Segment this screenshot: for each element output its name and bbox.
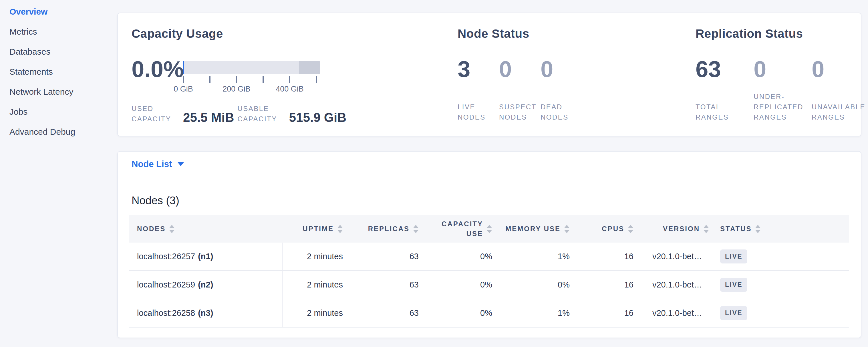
node-list-dropdown[interactable]: Node List xyxy=(118,152,861,177)
column-header-memory-use[interactable]: MEMORY USE xyxy=(496,225,573,233)
node-status-stat-dead-nodes: 0DEADNODES xyxy=(540,56,582,122)
cell-uptime: 2 minutes xyxy=(283,271,346,298)
capacity-stat-label: USABLECAPACITY xyxy=(238,103,281,124)
node-status-section: Node Status 3LIVENODES0SUSPECTNODES0DEAD… xyxy=(458,13,686,136)
capacity-bar-track xyxy=(183,61,320,74)
status-badge: LIVE xyxy=(720,306,747,320)
cell-node: localhost:26258(n3) xyxy=(129,299,283,327)
axis-tick-label: 200 GiB xyxy=(222,85,251,94)
node-list-panel: Node List Nodes (3) NODESUPTIMEREPLICASC… xyxy=(117,151,861,338)
nodes-table-header: NODESUPTIMEREPLICASCAPACITY USEMEMORY US… xyxy=(129,215,849,243)
cell-node: localhost:26259(n2) xyxy=(129,271,283,298)
table-row[interactable]: localhost:26258(n3)2 minutes630%1%16v20.… xyxy=(129,299,849,327)
node-id: (n2) xyxy=(198,280,213,289)
status-badge: LIVE xyxy=(720,278,747,292)
node-status-stats: 3LIVENODES0SUSPECTNODES0DEADNODES xyxy=(458,56,582,122)
sidebar-item-overview[interactable]: Overview xyxy=(0,2,117,22)
cell-version: v20.1.0-bet… xyxy=(637,243,712,270)
cell-version: v20.1.0-bet… xyxy=(637,299,712,327)
node-address-link[interactable]: localhost:26257 xyxy=(137,252,195,261)
sidebar-item-jobs[interactable]: Jobs xyxy=(0,102,117,122)
capacity-used-percent: 0.0% xyxy=(131,56,184,83)
capacity-stat-used-capacity: USEDCAPACITY25.5 MiB xyxy=(131,103,234,124)
column-header-capacity-use[interactable]: CAPACITY USE xyxy=(422,219,496,239)
column-header-replicas[interactable]: REPLICAS xyxy=(346,225,422,233)
node-address-link[interactable]: localhost:26259 xyxy=(137,280,195,289)
column-label: VERSION xyxy=(663,225,700,233)
sort-icon[interactable] xyxy=(487,225,492,233)
column-label: CPUS xyxy=(602,225,624,233)
sidebar-item-network-latency[interactable]: Network Latency xyxy=(0,82,117,102)
cell-memory-use: 1% xyxy=(496,299,573,327)
capacity-stat-usable-capacity: USABLECAPACITY515.9 GiB xyxy=(238,103,347,124)
column-header-nodes[interactable]: NODES xyxy=(129,225,283,233)
replication-status-stats: 63TOTALRANGES0UNDER-REPLICATEDRANGES0UNA… xyxy=(695,56,868,122)
cell-capacity-use: 0% xyxy=(422,271,496,298)
sidebar-item-statements[interactable]: Statements xyxy=(0,62,117,82)
axis-tick xyxy=(316,76,317,83)
column-header-cpus[interactable]: CPUS xyxy=(573,225,637,233)
stat-label: LIVENODES xyxy=(458,102,499,122)
node-list-dropdown-label[interactable]: Node List xyxy=(131,159,172,169)
capacity-usage-title: Capacity Usage xyxy=(131,27,223,41)
sidebar: OverviewMetricsDatabasesStatementsNetwor… xyxy=(0,0,117,347)
cell-status: LIVE xyxy=(712,243,849,270)
sort-icon[interactable] xyxy=(413,225,419,233)
cell-replicas: 63 xyxy=(346,299,422,327)
capacity-stat-value: 25.5 MiB xyxy=(183,111,234,124)
column-header-status[interactable]: STATUS xyxy=(712,225,849,233)
cell-memory-use: 0% xyxy=(496,271,573,298)
nodes-table: NODESUPTIMEREPLICASCAPACITY USEMEMORY US… xyxy=(129,215,849,327)
column-label: UPTIME xyxy=(303,225,334,233)
table-row[interactable]: localhost:26259(n2)2 minutes630%0%16v20.… xyxy=(129,271,849,299)
axis-tick xyxy=(236,76,237,83)
sidebar-item-metrics[interactable]: Metrics xyxy=(0,22,117,42)
sort-icon[interactable] xyxy=(337,225,343,233)
stat-label: DEADNODES xyxy=(540,102,582,122)
nodes-table-body: localhost:26257(n1)2 minutes630%1%16v20.… xyxy=(129,243,849,327)
cell-cpus: 16 xyxy=(573,243,637,270)
node-id: (n3) xyxy=(198,308,213,318)
cell-capacity-use: 0% xyxy=(422,299,496,327)
replication-stat-under-replicated-ranges: 0UNDER-REPLICATEDRANGES xyxy=(753,56,812,122)
stat-label: UNAVAILABLERANGES xyxy=(812,102,868,122)
replication-status-title: Replication Status xyxy=(695,27,803,41)
sort-icon[interactable] xyxy=(564,225,570,233)
capacity-stat-label: USEDCAPACITY xyxy=(131,103,175,124)
column-label: MEMORY USE xyxy=(505,225,561,233)
stat-value: 0 xyxy=(753,56,812,83)
node-status-title: Node Status xyxy=(458,27,529,41)
chevron-down-icon xyxy=(178,162,184,166)
cell-memory-use: 1% xyxy=(496,243,573,270)
sidebar-item-advanced-debug[interactable]: Advanced Debug xyxy=(0,122,117,142)
node-status-stat-suspect-nodes: 0SUSPECTNODES xyxy=(499,56,540,122)
node-status-stat-live-nodes: 3LIVENODES xyxy=(458,56,499,122)
cell-node: localhost:26257(n1) xyxy=(129,243,283,270)
cell-cpus: 16 xyxy=(573,271,637,298)
stat-value: 0 xyxy=(812,56,868,83)
axis-tick xyxy=(262,76,264,83)
column-label: REPLICAS xyxy=(368,225,409,233)
axis-tick-label: 400 GiB xyxy=(276,85,304,94)
sort-icon[interactable] xyxy=(628,225,633,233)
stat-label: SUSPECTNODES xyxy=(499,102,540,122)
sort-icon[interactable] xyxy=(755,225,761,233)
capacity-bar-axis-ticks xyxy=(183,76,320,85)
sort-icon[interactable] xyxy=(169,225,175,233)
column-header-uptime[interactable]: UPTIME xyxy=(283,225,346,233)
replication-status-section: Replication Status 63TOTALRANGES0UNDER-R… xyxy=(695,13,856,136)
capacity-bar-reserved-segment xyxy=(299,61,320,74)
capacity-bar-axis-labels: 0 GiB200 GiB400 GiB xyxy=(183,85,320,94)
cell-replicas: 63 xyxy=(346,243,422,270)
cell-cpus: 16 xyxy=(573,299,637,327)
capacity-stats: USEDCAPACITY25.5 MiBUSABLECAPACITY515.9 … xyxy=(131,103,350,124)
column-header-version[interactable]: VERSION xyxy=(637,225,712,233)
sort-icon[interactable] xyxy=(703,225,709,233)
node-address-link[interactable]: localhost:26258 xyxy=(137,308,195,318)
stat-label: TOTALRANGES xyxy=(695,102,753,122)
cell-status: LIVE xyxy=(712,299,849,327)
sidebar-item-databases[interactable]: Databases xyxy=(0,42,117,62)
capacity-usage-bar-chart: 0 GiB200 GiB400 GiB xyxy=(183,61,320,94)
capacity-bar-used-segment xyxy=(183,61,184,74)
table-row[interactable]: localhost:26257(n1)2 minutes630%1%16v20.… xyxy=(129,243,849,271)
